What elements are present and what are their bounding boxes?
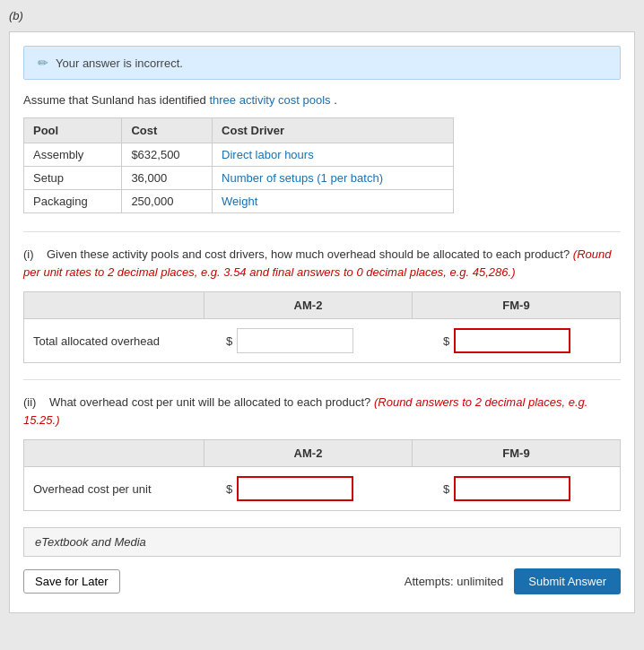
- question-i-am2-group: $: [186, 328, 394, 353]
- submit-button[interactable]: Submit Answer: [514, 568, 621, 594]
- question-i-text: Given these activity pools and cost driv…: [47, 247, 570, 261]
- pool-name-assembly: Assembly: [24, 143, 122, 167]
- save-button[interactable]: Save for Later: [23, 569, 120, 594]
- main-card: ✏ Your answer is incorrect. Assume that …: [9, 31, 635, 613]
- pool-row-assembly: Assembly $632,500 Direct labor hours: [24, 143, 454, 167]
- question-ii-am2-group: $: [186, 476, 394, 501]
- question-i-fm9-group: $: [403, 328, 611, 353]
- question-ii-fm9-header: FM-9: [412, 440, 620, 466]
- intro-text: Assume that Sunland has identified three…: [23, 93, 621, 107]
- question-i-am2-dollar: $: [226, 334, 232, 348]
- question-i-input-table: AM-2 FM-9 Total allocated overhead $ $: [23, 291, 621, 363]
- question-ii-am2-dollar: $: [226, 482, 232, 496]
- question-i-fm9-header: FM-9: [412, 292, 620, 318]
- question-i-block: (i) Given these activity pools and cost …: [23, 246, 621, 363]
- part-label: (b): [9, 9, 635, 22]
- pool-driver-assembly: Direct labor hours: [213, 143, 454, 167]
- pool-row-packaging: Packaging 250,000 Weight: [24, 190, 454, 213]
- pool-cost-packaging: 250,000: [122, 190, 213, 213]
- question-ii-fm9-dollar: $: [443, 482, 449, 496]
- question-ii-data-row: Overhead cost per unit $ $: [24, 467, 620, 510]
- question-ii-text: What overhead cost per unit will be allo…: [49, 395, 370, 409]
- cost-col-header: Cost: [122, 118, 213, 143]
- footer-text: eTextbook and Media: [35, 535, 146, 549]
- question-i-header-row: AM-2 FM-9: [24, 292, 620, 319]
- question-ii-am2-input[interactable]: [237, 476, 353, 501]
- intro-highlight: three activity cost pools: [209, 93, 330, 107]
- pool-table: Pool Cost Cost Driver Assembly $632,500 …: [23, 117, 454, 213]
- pool-driver-setup: Number of setups (1 per batch): [213, 167, 454, 190]
- divider-1: [23, 231, 621, 232]
- question-ii-fm9-group: $: [403, 476, 611, 501]
- question-ii-input-table: AM-2 FM-9 Overhead cost per unit $ $: [23, 439, 621, 511]
- question-ii-row-label: Overhead cost per unit: [33, 482, 177, 496]
- action-bar: Save for Later Attempts: unlimited Submi…: [23, 564, 621, 599]
- question-i-row-label: Total allocated overhead: [33, 334, 177, 348]
- question-ii-number: (ii): [23, 395, 36, 409]
- alert-box: ✏ Your answer is incorrect.: [23, 46, 621, 80]
- question-i-empty-header: [24, 292, 204, 318]
- pencil-icon: ✏: [38, 56, 48, 70]
- pool-name-packaging: Packaging: [24, 190, 122, 213]
- question-ii-empty-header: [24, 440, 204, 466]
- question-ii-fm9-input[interactable]: [454, 476, 570, 501]
- question-i-fm9-dollar: $: [443, 334, 449, 348]
- driver-col-header: Cost Driver: [213, 118, 454, 143]
- footer-bar: eTextbook and Media: [23, 527, 621, 557]
- right-actions: Attempts: unlimited Submit Answer: [405, 568, 621, 594]
- question-i-fm9-input[interactable]: [454, 328, 570, 353]
- question-ii-label: (ii) What overhead cost per unit will be…: [23, 394, 621, 429]
- pool-cost-assembly: $632,500: [122, 143, 213, 167]
- pool-col-header: Pool: [24, 118, 122, 143]
- question-i-am2-header: AM-2: [204, 292, 412, 318]
- pool-driver-packaging: Weight: [213, 190, 454, 213]
- alert-text: Your answer is incorrect.: [56, 56, 183, 70]
- question-ii-am2-header: AM-2: [204, 440, 412, 466]
- question-ii-header-row: AM-2 FM-9: [24, 440, 620, 467]
- question-i-label: (i) Given these activity pools and cost …: [23, 246, 621, 281]
- divider-2: [23, 379, 621, 380]
- question-ii-block: (ii) What overhead cost per unit will be…: [23, 394, 621, 511]
- attempts-text: Attempts: unlimited: [405, 575, 504, 588]
- pool-row-setup: Setup 36,000 Number of setups (1 per bat…: [24, 167, 454, 190]
- question-i-number: (i): [23, 247, 34, 261]
- question-i-am2-input[interactable]: [237, 328, 353, 353]
- intro-after: .: [334, 93, 337, 107]
- question-i-data-row: Total allocated overhead $ $: [24, 319, 620, 362]
- intro-before: Assume that Sunland has identified: [23, 93, 206, 107]
- pool-cost-setup: 36,000: [122, 167, 213, 190]
- page-wrapper: (b) ✏ Your answer is incorrect. Assume t…: [0, 0, 644, 650]
- pool-name-setup: Setup: [24, 167, 122, 190]
